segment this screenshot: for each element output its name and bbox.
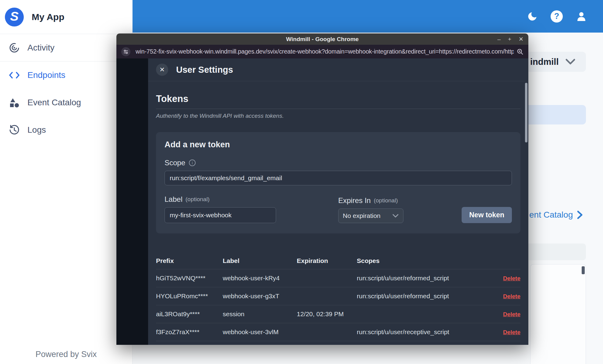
window-title: Windmill - Google Chrome bbox=[286, 36, 359, 43]
page-backdrop bbox=[116, 58, 148, 345]
token-label: session bbox=[223, 310, 297, 318]
app-header: ? bbox=[133, 0, 603, 33]
modal-body: Tokens Authentify to the Windmill API wi… bbox=[148, 81, 528, 345]
close-window-button[interactable]: ✕ bbox=[519, 36, 523, 42]
url-text[interactable]: win-752-fix-svix-webhook-win.windmill.pa… bbox=[136, 48, 514, 55]
label-label: Label bbox=[165, 195, 183, 204]
token-prefix: aiL3ROat9y**** bbox=[156, 310, 223, 318]
chevron-down-icon bbox=[392, 214, 399, 218]
add-token-card: Add a new token Scope i Label (optional) bbox=[156, 132, 520, 233]
delete-token-link[interactable]: Delete bbox=[503, 275, 520, 282]
minimize-button[interactable]: – bbox=[497, 36, 501, 42]
window-titlebar[interactable]: Windmill - Google Chrome – + ✕ bbox=[116, 33, 528, 45]
powered-by-svix: Powered by Svix bbox=[0, 350, 132, 359]
delete-token-link[interactable]: Delete bbox=[503, 311, 520, 317]
col-header-prefix: Prefix bbox=[156, 257, 223, 264]
divider bbox=[156, 109, 520, 109]
site-settings-icon[interactable] bbox=[121, 47, 130, 56]
token-expiration: 12/20, 02:39 PM bbox=[297, 310, 357, 318]
tokens-table: Prefix Label Expiration Scopes hGiT52wVN… bbox=[156, 252, 520, 345]
dark-mode-moon-icon[interactable] bbox=[527, 11, 538, 22]
chevron-down-icon bbox=[565, 58, 576, 65]
event-catalog-link-label: ent Catalog bbox=[529, 210, 573, 220]
token-prefix: f3FzoZ7raX**** bbox=[156, 328, 223, 336]
col-header-label: Label bbox=[223, 257, 297, 264]
sidebar-item-label: Event Catalog bbox=[27, 98, 81, 107]
history-clock-icon bbox=[8, 124, 21, 135]
content-panel bbox=[530, 264, 586, 364]
sidebar-header: S My App bbox=[0, 0, 132, 34]
token-prefix: hGiT52wVNQ**** bbox=[156, 275, 223, 282]
delete-token-link[interactable]: Delete bbox=[503, 293, 520, 299]
table-row: hGiT52wVNQ**** webhook-user-kRy4 run:scr… bbox=[156, 269, 520, 287]
user-settings-modal: ✕ User Settings Tokens Authentify to the… bbox=[148, 58, 528, 345]
help-icon[interactable]: ? bbox=[551, 10, 563, 23]
panel-scrollbar[interactable] bbox=[582, 266, 585, 274]
sidebar-item-event-catalog[interactable]: Event Catalog bbox=[0, 89, 132, 116]
label-input[interactable] bbox=[165, 207, 276, 223]
modal-scrollbar[interactable] bbox=[525, 83, 527, 142]
activity-icon bbox=[8, 42, 21, 53]
sidebar-item-label: Logs bbox=[27, 125, 46, 135]
scope-input[interactable] bbox=[165, 171, 512, 185]
token-label: webhook-user-kRy4 bbox=[223, 275, 297, 282]
sidebar-item-endpoints[interactable]: Endpoints bbox=[0, 61, 132, 89]
table-row: f3FzoZ7raX**** webhook-user-3vlM run:scr… bbox=[156, 323, 520, 341]
token-prefix: HYOLuPRomc**** bbox=[156, 292, 223, 300]
table-row: 3YeOiKpLwq**** session 12/20, 12:26 PM D… bbox=[156, 341, 520, 345]
col-header-expiration: Expiration bbox=[297, 257, 357, 264]
col-header-scopes: Scopes bbox=[357, 257, 493, 264]
close-modal-button[interactable]: ✕ bbox=[156, 64, 168, 76]
event-catalog-link[interactable]: ent Catalog bbox=[529, 210, 583, 220]
table-row: HYOLuPRomc**** webhook-user-g3xT run:scr… bbox=[156, 287, 520, 305]
shapes-icon bbox=[8, 97, 21, 108]
tokens-heading: Tokens bbox=[156, 93, 520, 104]
token-scopes: run:script/u/user/reformed_script bbox=[357, 275, 493, 282]
browser-viewport: ✕ User Settings Tokens Authentify to the… bbox=[116, 58, 528, 345]
tokens-subtitle: Authentify to the Windmill API with acce… bbox=[156, 113, 520, 119]
sidebar-item-activity[interactable]: Activity bbox=[0, 34, 132, 61]
token-scopes: run:script/u/user/receptive_script bbox=[357, 328, 493, 336]
sidebar-item-label: Endpoints bbox=[27, 70, 66, 80]
app-name: My App bbox=[32, 12, 64, 22]
chevron-right-icon bbox=[576, 210, 583, 219]
sidebar-item-logs[interactable]: Logs bbox=[0, 116, 132, 144]
modal-header: ✕ User Settings bbox=[148, 58, 528, 81]
sidebar: S My App Activity Endpoints Event Catalo… bbox=[0, 0, 133, 364]
svix-logo-icon: S bbox=[5, 8, 24, 26]
new-token-button[interactable]: New token bbox=[462, 207, 512, 223]
expires-in-value: No expiration bbox=[343, 212, 381, 219]
close-icon: ✕ bbox=[159, 66, 165, 73]
add-token-heading: Add a new token bbox=[165, 140, 512, 149]
chrome-window: Windmill - Google Chrome – + ✕ win-752-f… bbox=[116, 33, 528, 345]
maximize-button[interactable]: + bbox=[508, 36, 511, 42]
url-bar[interactable]: win-752-fix-svix-webhook-win.windmill.pa… bbox=[116, 45, 528, 58]
token-scopes: run:script/u/user/reformed_script bbox=[357, 292, 493, 300]
sidebar-item-label: Activity bbox=[27, 43, 55, 53]
user-avatar-icon[interactable] bbox=[576, 11, 587, 22]
delete-token-link[interactable]: Delete bbox=[503, 329, 520, 335]
zoom-magnifier-icon[interactable] bbox=[517, 48, 523, 55]
expires-in-label: Expires In bbox=[338, 196, 371, 205]
expires-in-select[interactable]: No expiration bbox=[338, 208, 403, 223]
table-header-row: Prefix Label Expiration Scopes bbox=[156, 252, 520, 269]
token-label: webhook-user-3vlM bbox=[223, 328, 297, 336]
token-label: webhook-user-g3xT bbox=[223, 292, 297, 300]
expires-optional: (optional) bbox=[374, 197, 398, 204]
code-brackets-icon bbox=[8, 71, 21, 80]
scope-label: Scope bbox=[165, 159, 185, 167]
info-icon: i bbox=[189, 159, 196, 166]
modal-title: User Settings bbox=[176, 65, 233, 75]
org-dropdown-label: indmill bbox=[530, 57, 559, 67]
table-row: aiL3ROat9y**** session 12/20, 02:39 PM D… bbox=[156, 305, 520, 323]
label-optional: (optional) bbox=[186, 196, 210, 203]
